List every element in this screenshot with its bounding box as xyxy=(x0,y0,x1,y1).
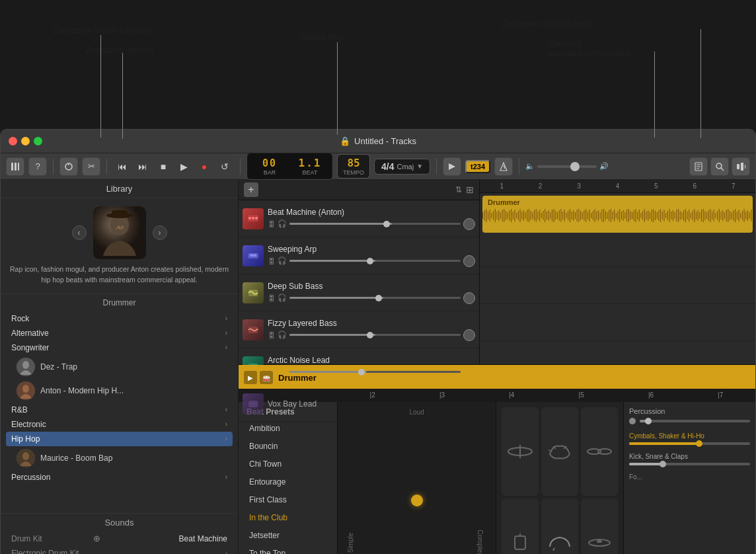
stop-button[interactable]: ■ xyxy=(154,157,172,176)
svg-rect-76 xyxy=(550,212,550,219)
arctic-volume-slider[interactable] xyxy=(289,371,461,373)
xy-pad[interactable]: Loud Soft Simple Complex xyxy=(338,402,496,554)
preset-jetsetter[interactable]: Jetsetter xyxy=(241,527,334,544)
volume-thumb[interactable] xyxy=(570,162,580,171)
arp-volume-slider[interactable] xyxy=(289,260,461,262)
drummer-category-alternative[interactable]: Alternative › xyxy=(6,326,233,340)
xy-position-dot[interactable] xyxy=(411,495,423,506)
svg-rect-184 xyxy=(742,211,743,220)
svg-rect-77 xyxy=(552,210,552,221)
drummer-dez-trap[interactable]: Dez - Trap xyxy=(6,355,233,379)
bass2-volume-slider[interactable] xyxy=(289,334,461,336)
drummer-category-rb[interactable]: R&B › xyxy=(6,403,233,417)
next-artist-button[interactable]: › xyxy=(153,225,167,240)
preset-bouncin[interactable]: Bouncin xyxy=(241,438,334,455)
drum-splash[interactable] xyxy=(541,407,578,496)
drum-snare[interactable] xyxy=(541,498,578,554)
volume-slider[interactable] xyxy=(537,165,597,168)
preset-first-class[interactable]: First Class xyxy=(241,491,334,508)
editor-mode-button[interactable] xyxy=(443,157,461,176)
record-button[interactable]: ● xyxy=(195,157,213,176)
svg-point-24 xyxy=(22,385,29,393)
minimize-button[interactable] xyxy=(21,137,30,145)
drummer-category-electronic[interactable]: Electronic › xyxy=(6,417,233,432)
editor-play-icon[interactable]: ▶ xyxy=(244,371,257,384)
drummer-category-songwriter[interactable]: Songwriter › xyxy=(6,340,233,355)
svg-rect-161 xyxy=(701,210,702,221)
metronome-button[interactable] xyxy=(494,157,513,176)
play-button[interactable]: ▶ xyxy=(174,157,193,176)
headphone-icon[interactable]: 🎧 xyxy=(278,219,287,228)
time-signature[interactable]: 4/4 Cmaj ▼ xyxy=(374,159,430,175)
apple-loops-button[interactable] xyxy=(732,157,750,176)
drummer-category-hiphop[interactable]: Hip Hop › xyxy=(6,432,233,446)
svg-rect-127 xyxy=(640,213,641,218)
svg-rect-128 xyxy=(642,211,643,220)
add-track-button[interactable]: + xyxy=(244,182,258,197)
drum-double-cymbal[interactable] xyxy=(581,407,618,496)
svg-rect-106 xyxy=(603,209,604,222)
library-button[interactable] xyxy=(6,157,24,176)
master-volume-control[interactable]: 🔈 🔊 xyxy=(525,162,609,171)
drummer-maurice[interactable]: Maurice - Boom Bap xyxy=(6,446,233,470)
bass2-mute-icon[interactable]: 🎛 xyxy=(268,331,275,339)
drummer-category-rock[interactable]: Rock › xyxy=(6,311,233,326)
drummer-region[interactable]: Drummer // We'll use inline SVG elements… xyxy=(482,196,753,233)
close-button[interactable] xyxy=(9,137,17,145)
drum-cowbell[interactable] xyxy=(502,498,539,554)
arp-vol-knob[interactable] xyxy=(463,255,475,267)
drum-kit-item[interactable]: Drum Kit ⊕ Beat Machine xyxy=(6,532,233,545)
sort-icon[interactable]: ⇅ xyxy=(455,185,462,194)
help-button[interactable]: ? xyxy=(28,157,47,176)
arp-headphone-icon[interactable]: 🎧 xyxy=(278,257,287,265)
preset-entourage[interactable]: Entourage xyxy=(241,473,334,491)
notepad-button[interactable] xyxy=(689,157,708,176)
bass2-headphone-icon[interactable]: 🎧 xyxy=(278,331,287,339)
ruler-2: 2 xyxy=(521,182,559,190)
beat-vol-knob[interactable] xyxy=(463,218,475,230)
beat-volume-slider[interactable] xyxy=(289,223,461,225)
prev-artist-button[interactable]: ‹ xyxy=(72,225,87,240)
svg-rect-131 xyxy=(648,210,648,221)
scissors-button[interactable]: ✂ xyxy=(82,157,100,176)
track-beat-machine[interactable]: Beat Machine (Anton) 🎛 🎧 xyxy=(239,200,479,237)
bass1-headphone-icon[interactable]: 🎧 xyxy=(278,294,287,302)
bass1-mute-icon[interactable]: 🎛 xyxy=(268,294,275,302)
electronic-kit-item[interactable]: Electronic Drum Kit › xyxy=(6,547,233,554)
editor-drum-icon[interactable]: 🥁 xyxy=(260,371,273,384)
title-lock-icon: 🔒 xyxy=(340,136,350,146)
fast-forward-button[interactable]: ⏭ xyxy=(133,157,152,176)
cycle-button[interactable]: ↺ xyxy=(215,157,234,176)
filter-icon[interactable]: ⊞ xyxy=(466,184,474,195)
anton-avatar xyxy=(17,381,35,400)
cymbals-slider[interactable] xyxy=(629,442,750,445)
percussion-slider[interactable] xyxy=(640,420,750,422)
window-controls[interactable] xyxy=(9,137,42,145)
drum-ride-cymbal[interactable] xyxy=(581,498,618,554)
track-sweeping-arp[interactable]: Sweeping Arp 🎛 🎧 xyxy=(239,237,479,274)
bass2-vol-knob[interactable] xyxy=(463,329,475,341)
rb-chevron-icon: › xyxy=(225,406,227,413)
bass1-vol-knob[interactable] xyxy=(463,292,475,304)
preset-in-the-club[interactable]: In the Club xyxy=(241,509,334,526)
track-fizzy-layered-bass[interactable]: Fizzy Layered Bass 🎛 🎧 xyxy=(239,311,479,348)
arp-mute-icon[interactable]: 🎛 xyxy=(268,257,275,265)
maximize-button[interactable] xyxy=(34,137,42,145)
drummer-anton[interactable]: Anton - Modern Hip H... xyxy=(6,379,233,403)
track-deep-sub-bass[interactable]: Deep Sub Bass 🎛 🎧 xyxy=(239,274,479,311)
kick-label: Kick, Snare & Claps xyxy=(629,453,750,460)
smart-controls-button[interactable] xyxy=(59,157,78,176)
rewind-button[interactable]: ⏮ xyxy=(113,157,132,176)
mode-label-button[interactable]: t234 xyxy=(465,160,490,173)
preset-to-the-top[interactable]: To the Top xyxy=(241,545,334,554)
svg-rect-59 xyxy=(520,209,521,222)
drum-hihat[interactable] xyxy=(502,407,539,496)
kick-slider[interactable] xyxy=(629,463,750,465)
bass1-volume-slider[interactable] xyxy=(289,297,461,299)
search-button[interactable] xyxy=(710,157,729,176)
tempo-display[interactable]: 85 TEMPO xyxy=(337,154,370,178)
drummer-category-percussion[interactable]: Percussion › xyxy=(6,470,233,485)
add-drum-kit-icon[interactable]: ⊕ xyxy=(93,534,100,543)
mute-icon[interactable]: 🎛 xyxy=(268,220,275,228)
preset-chi-town[interactable]: Chi Town xyxy=(241,455,334,473)
